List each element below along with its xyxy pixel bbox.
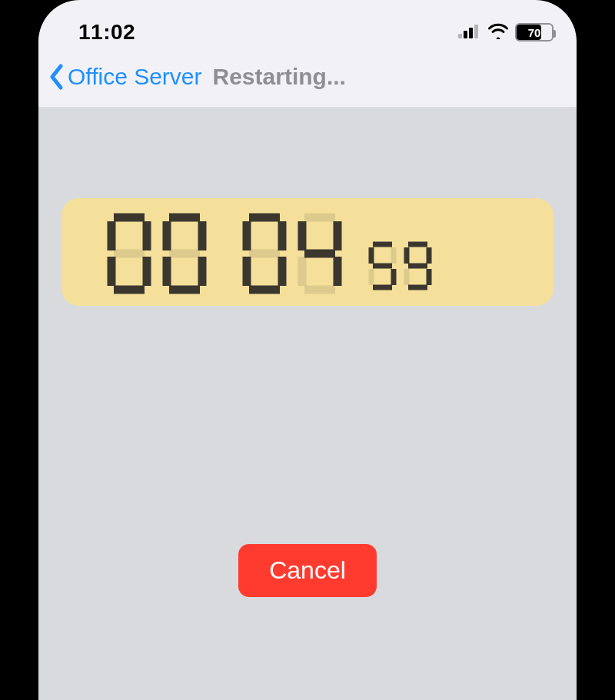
seven-segment-readout: .sg { stroke: #3b372f; stroke-width: 11;… (92, 210, 523, 294)
cancel-button[interactable]: Cancel (238, 544, 377, 597)
status-time: 11:02 (78, 20, 135, 45)
battery-percent: 70 (517, 26, 552, 39)
phone-frame: 11:02 70 (38, 0, 577, 700)
page-title: Restarting... (213, 64, 346, 90)
timer-display: .sg { stroke: #3b372f; stroke-width: 11;… (62, 198, 554, 306)
back-label: Office Server (68, 64, 202, 90)
status-indicators: 70 (458, 22, 554, 42)
svg-rect-2 (469, 28, 473, 38)
wifi-icon (487, 22, 509, 42)
status-bar: 11:02 70 (38, 11, 577, 54)
svg-rect-3 (474, 25, 478, 38)
back-button[interactable]: Office Server (48, 64, 202, 90)
svg-rect-1 (464, 31, 467, 38)
nav-bar: Office Server Restarting... (38, 54, 577, 108)
chevron-left-icon (48, 64, 66, 90)
cellular-icon (458, 23, 481, 41)
content-area: .sg { stroke: #3b372f; stroke-width: 11;… (38, 108, 577, 700)
battery-icon: 70 (515, 23, 554, 41)
svg-rect-0 (458, 34, 462, 38)
